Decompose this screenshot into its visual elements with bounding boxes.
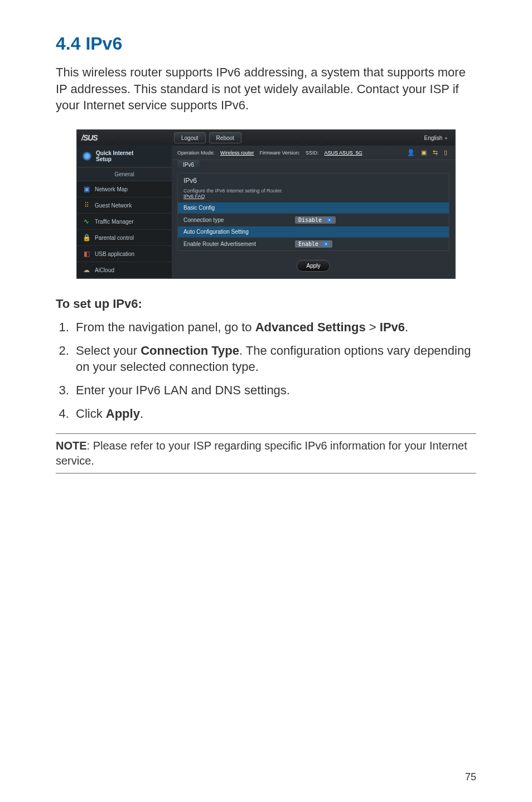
step-4: Click Apply.	[72, 405, 476, 422]
qis-label: Quick Internet Setup	[96, 150, 133, 162]
brand-logo: /SUS	[81, 133, 171, 142]
traffic-manager-icon: ∿	[83, 218, 90, 225]
topbar: /SUS Logout Reboot English ▼	[77, 130, 455, 146]
page-number: 75	[465, 771, 476, 783]
row-connection-type: Connection type Disable▾	[178, 213, 449, 226]
note-box: NOTE: Please refer to your ISP regarding…	[56, 433, 476, 474]
sidebar-item-guest-network[interactable]: ⠿ Guest Network	[77, 197, 172, 214]
sidebar-item-network-map[interactable]: ▣ Network Map	[77, 181, 172, 197]
setup-subheading: To set up IPv6:	[56, 297, 476, 311]
op-mode-label: Operation Mode:	[177, 150, 215, 156]
main-content: Operation Mode: Wireless router Firmware…	[172, 146, 455, 278]
sidebar-item-label: Guest Network	[95, 202, 132, 209]
sidebar-section-general: General	[77, 167, 172, 181]
chevron-down-icon: ▼	[444, 136, 448, 141]
apply-area: Apply	[172, 255, 455, 276]
ipv6-panel: IPv6 Configure the IPv6 Internet setting…	[177, 173, 449, 251]
section-auto-config: Auto Configuration Setting	[178, 226, 449, 237]
step-2: Select your Connection Type. The configu…	[72, 342, 476, 375]
guest-network-icon: ⠿	[83, 201, 90, 209]
router-ui-screenshot: /SUS Logout Reboot English ▼ Quick Inter…	[76, 129, 456, 279]
section-basic-config: Basic Config	[178, 202, 449, 213]
enable-ra-label: Enable Router Advertisement	[183, 241, 295, 247]
sidebar-item-label: AiCloud	[95, 267, 114, 273]
op-mode-value[interactable]: Wireless router	[220, 150, 254, 156]
chevron-down-icon: ▾	[323, 241, 329, 247]
language-label: English	[424, 135, 442, 141]
logout-button[interactable]: Logout	[174, 132, 206, 143]
sidebar-item-traffic-manager[interactable]: ∿ Traffic Manager	[77, 214, 172, 230]
row-enable-ra: Enable Router Advertisement Enable▾	[178, 237, 449, 250]
reboot-button[interactable]: Reboot	[209, 132, 241, 143]
step-1: From the navigation panel, go to Advance…	[72, 319, 476, 336]
connection-type-select[interactable]: Disable▾	[295, 216, 336, 224]
connection-type-label: Connection type	[183, 217, 295, 223]
status-bar: Operation Mode: Wireless router Firmware…	[172, 146, 455, 160]
setup-steps-list: From the navigation panel, go to Advance…	[56, 319, 476, 422]
sidebar-item-label: Parental control	[95, 235, 134, 241]
firmware-label: Firmware Version:	[260, 150, 301, 156]
status-icons: 👤 ▣ ⇆ ▯	[407, 149, 449, 156]
wizard-icon	[83, 152, 91, 161]
step-3: Enter your IPv6 LAN and DNS settings.	[72, 382, 476, 399]
apply-button[interactable]: Apply	[297, 260, 330, 272]
tab-ipv6[interactable]: IPv6	[177, 160, 200, 170]
ssid-label: SSID:	[306, 150, 319, 156]
ssid-value[interactable]: ASUS ASUS_5G	[325, 150, 362, 156]
sidebar: Quick Internet Setup General ▣ Network M…	[77, 146, 172, 278]
panel-subtext: Configure the IPv6 Internet setting of R…	[178, 188, 449, 202]
ipv6-faq-link[interactable]: IPv6 FAQ	[183, 194, 205, 199]
language-select[interactable]: English ▼	[424, 135, 451, 141]
usb-application-icon: ◧	[83, 250, 90, 258]
quick-internet-setup[interactable]: Quick Internet Setup	[77, 146, 172, 167]
sidebar-item-parental-control[interactable]: 🔒 Parental control	[77, 230, 172, 246]
section-heading: 4.4 IPv6	[56, 33, 476, 54]
sidebar-item-aicloud[interactable]: ☁ AiCloud	[77, 262, 172, 278]
panel-title: IPv6	[178, 173, 449, 188]
sidebar-item-label: USB application	[95, 251, 134, 257]
aicloud-icon: ☁	[83, 266, 90, 274]
intro-paragraph: This wireless router supports IPv6 addre…	[56, 64, 476, 114]
sidebar-item-label: Traffic Manager	[95, 219, 133, 225]
sidebar-item-label: Network Map	[95, 186, 128, 192]
network-map-icon: ▣	[83, 185, 90, 193]
chevron-down-icon: ▾	[326, 218, 332, 223]
enable-ra-select[interactable]: Enable▾	[295, 240, 332, 248]
sidebar-item-usb-application[interactable]: ◧ USB application	[77, 246, 172, 262]
parental-control-icon: 🔒	[83, 234, 90, 241]
